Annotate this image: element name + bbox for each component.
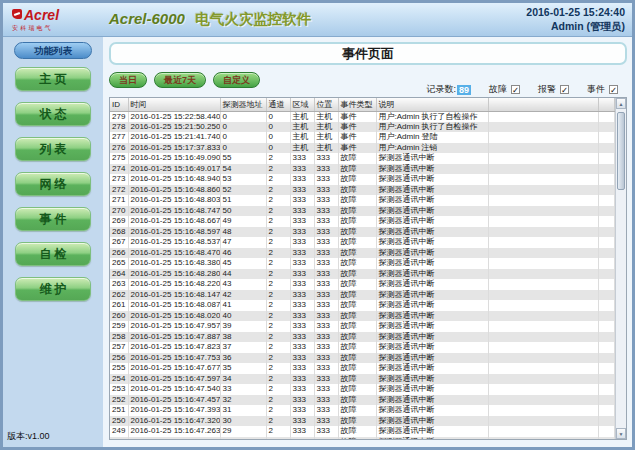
table-cell: 主机 [290,111,314,122]
sidebar-item-event[interactable]: 事件 [15,207,91,231]
table-cell: 333 [290,269,314,280]
table-cell: 故障 [338,426,376,437]
table-row[interactable]: 2622016-01-25 15:16:48.147422333333故障探测器… [110,290,615,301]
table-row[interactable]: 2502016-01-25 15:16:47.320302333333故障探测器… [110,416,615,427]
today-button[interactable]: 当日 [109,72,147,88]
table-row[interactable]: 2512016-01-25 15:16:47.393312333333故障探测器… [110,405,615,416]
table-row[interactable]: 2482016-01-25 15:16:47.190282333333故障探测器… [110,437,615,441]
table-cell: 31 [220,405,266,416]
table-row[interactable]: 2592016-01-25 15:16:47.957392333333故障探测器… [110,321,615,332]
table-cell: 251 [110,405,128,416]
table-row[interactable]: 2722016-01-25 15:16:48.860522333333故障探测器… [110,185,615,196]
table-cell: 30 [220,416,266,427]
table-row[interactable]: 2682016-01-25 15:16:48.597482333333故障探测器… [110,227,615,238]
sidebar-item-status[interactable]: 状态 [15,102,91,126]
table-row[interactable]: 2702016-01-25 15:16:48.747502333333故障探测器… [110,206,615,217]
table-row[interactable]: 2542016-01-25 15:16:47.597342333333故障探测器… [110,374,615,385]
table-cell [488,290,598,301]
alarm-checkbox[interactable]: ✓ [560,85,569,94]
table-row[interactable]: 2562016-01-25 15:16:47.753362333333故障探测器… [110,353,615,364]
table-row[interactable]: 2612016-01-25 15:16:48.087412333333故障探测器… [110,300,615,311]
table-cell: 333 [290,185,314,196]
table-row[interactable]: 2672016-01-25 15:16:48.537472333333故障探测器… [110,237,615,248]
table-row[interactable]: 2532016-01-25 15:16:47.540332333333故障探测器… [110,384,615,395]
table-cell: 2 [266,279,290,290]
table-row[interactable]: 2692016-01-25 15:16:48.667492333333故障探测器… [110,216,615,227]
vertical-scrollbar[interactable]: ▲ ▼ [615,98,626,439]
table-cell [488,353,598,364]
table-row[interactable]: 2582016-01-25 15:16:47.887382333333故障探测器… [110,332,615,343]
table-cell [598,164,615,175]
table-cell [488,227,598,238]
table-cell [598,143,615,154]
table-cell: 故障 [338,290,376,301]
acrel-logo: Acrel 安科瑞电气 [12,7,59,33]
table-cell: 2016-01-25 15:16:47.753 [128,353,220,364]
sidebar-item-selfcheck[interactable]: 自检 [15,242,91,266]
table-cell [488,332,598,343]
table-cell: 2 [266,311,290,322]
table-cell [598,227,615,238]
table-cell: 333 [314,332,338,343]
table-cell: 探测器通讯中断 [376,216,488,227]
sidebar-item-network[interactable]: 网络 [15,172,91,196]
table-cell [598,185,615,196]
table-cell [488,416,598,427]
table-cell: 探测器通讯中断 [376,164,488,175]
fault-checkbox[interactable]: ✓ [511,85,520,94]
table-cell: 333 [314,195,338,206]
table-cell: 0 [220,132,266,143]
table-cell: 274 [110,164,128,175]
scroll-down-icon[interactable]: ▼ [616,428,626,439]
table-row[interactable]: 2742016-01-25 15:16:49.017542333333故障探测器… [110,164,615,175]
table-cell: 33 [220,384,266,395]
table-row[interactable]: 2772016-01-25 15:21:41.74000主机主机事件用户:Adm… [110,132,615,143]
table-row[interactable]: 2642016-01-25 15:16:48.280442333333故障探测器… [110,269,615,280]
table-row[interactable]: 2602016-01-25 15:16:48.020402333333故障探测器… [110,311,615,322]
table-cell: 2 [266,258,290,269]
table-cell: 主机 [290,132,314,143]
table-cell: 探测器通讯中断 [376,300,488,311]
table-row[interactable]: 2552016-01-25 15:16:47.677352333333故障探测器… [110,363,615,374]
table-cell: 2016-01-25 15:16:49.090 [128,153,220,164]
table-cell: 333 [314,216,338,227]
table-cell: 333 [314,353,338,364]
table-cell: 333 [314,279,338,290]
sidebar-item-list[interactable]: 列表 [15,137,91,161]
table-row[interactable]: 2792016-01-25 15:22:58.44000主机主机事件用户:Adm… [110,111,615,122]
custom-button[interactable]: 自定义 [213,72,260,88]
table-cell: 故障 [338,405,376,416]
table-cell [488,185,598,196]
datetime-text: 2016-01-25 15:24:40 [526,6,625,20]
table-row[interactable]: 2732016-01-25 15:16:48.940532333333故障探测器… [110,174,615,185]
event-checkbox[interactable]: ✓ [609,85,618,94]
table-cell: 事件 [338,143,376,154]
table-row[interactable]: 2662016-01-25 15:16:48.470462333333故障探测器… [110,248,615,259]
table-cell: 探测器通讯中断 [376,269,488,280]
table-cell: 29 [220,426,266,437]
table-cell: 探测器通讯中断 [376,332,488,343]
table-cell: 2 [266,174,290,185]
sidebar-item-maintain[interactable]: 维护 [15,277,91,301]
table-cell [598,237,615,248]
table-row[interactable]: 2712016-01-25 15:16:48.803512333333故障探测器… [110,195,615,206]
table-row[interactable]: 2652016-01-25 15:16:48.380452333333故障探测器… [110,258,615,269]
table-cell [488,111,598,122]
table-cell: 故障 [338,437,376,441]
table-row[interactable]: 2752016-01-25 15:16:49.090552333333故障探测器… [110,153,615,164]
table-row[interactable]: 2632016-01-25 15:16:48.220432333333故障探测器… [110,279,615,290]
table-row[interactable]: 2572016-01-25 15:16:47.823372333333故障探测器… [110,342,615,353]
table-cell: 2 [266,384,290,395]
table-row[interactable]: 2492016-01-25 15:16:47.263292333333故障探测器… [110,426,615,437]
table-row[interactable]: 2762016-01-25 15:17:37.83300主机主机事件用户:Adm… [110,143,615,154]
table-cell: 278 [110,122,128,133]
scrollbar-thumb[interactable] [617,112,625,190]
table-cell: 39 [220,321,266,332]
table-row[interactable]: 2782016-01-25 15:21:50.25000主机主机事件用户:Adm… [110,122,615,133]
sidebar-item-home[interactable]: 主页 [15,67,91,91]
table-cell: 260 [110,311,128,322]
scroll-up-icon[interactable]: ▲ [616,98,626,109]
table-cell: 333 [314,185,338,196]
last7days-button[interactable]: 最近7天 [154,72,206,88]
table-row[interactable]: 2522016-01-25 15:16:47.457322333333故障探测器… [110,395,615,406]
